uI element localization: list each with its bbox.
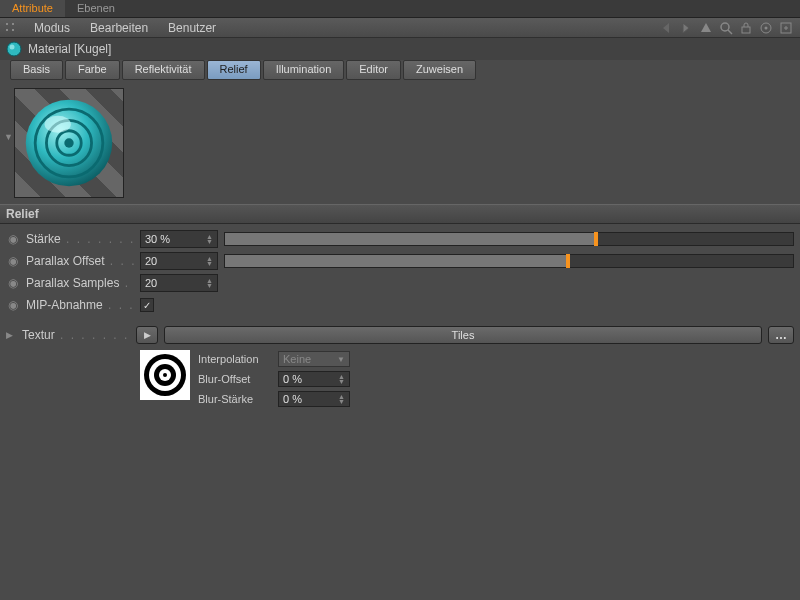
svg-point-0 bbox=[721, 23, 729, 31]
parallax-samples-input[interactable]: 20▲▼ bbox=[140, 274, 218, 292]
material-header: Material [Kugel] bbox=[0, 38, 800, 60]
lock-icon[interactable] bbox=[737, 19, 755, 37]
svg-rect-2 bbox=[742, 27, 750, 33]
svg-line-1 bbox=[728, 30, 732, 34]
window-tabs: Attribute Ebenen bbox=[0, 0, 800, 18]
param-label: Blur-Offset bbox=[198, 373, 272, 385]
svg-point-15 bbox=[45, 116, 71, 133]
tab-relief[interactable]: Relief bbox=[207, 60, 261, 80]
textur-thumbnail[interactable] bbox=[140, 350, 190, 400]
relief-params: ◉ Stärke 30 %▲▼ ◉ Parallax Offset 20▲▼ ◉… bbox=[0, 224, 800, 412]
textur-fields: Interpolation Keine▼ Blur-Offset 0 %▲▼ B… bbox=[198, 350, 350, 408]
nav-back-icon[interactable] bbox=[657, 19, 675, 37]
menu-bearbeiten[interactable]: Bearbeiten bbox=[80, 21, 158, 35]
tab-reflektivitaet[interactable]: Reflektivität bbox=[122, 60, 205, 80]
preview-area: ▼ bbox=[0, 80, 800, 204]
slider-handle-icon[interactable] bbox=[594, 232, 598, 246]
tab-editor[interactable]: Editor bbox=[346, 60, 401, 80]
interpolation-select[interactable]: Keine▼ bbox=[278, 351, 350, 367]
param-mip-abnahme: ◉ MIP-Abnahme ✓ bbox=[6, 294, 794, 316]
collapse-caret-icon[interactable]: ▼ bbox=[4, 132, 13, 142]
target-icon[interactable] bbox=[757, 19, 775, 37]
param-staerke: ◉ Stärke 30 %▲▼ bbox=[6, 228, 794, 250]
svg-point-14 bbox=[64, 138, 73, 147]
parallax-offset-slider[interactable] bbox=[224, 254, 794, 268]
svg-point-4 bbox=[765, 26, 768, 29]
param-label: Parallax Offset bbox=[26, 254, 134, 268]
tab-illumination[interactable]: Illumination bbox=[263, 60, 345, 80]
tab-zuweisen[interactable]: Zuweisen bbox=[403, 60, 476, 80]
param-label: Parallax Samples bbox=[26, 276, 134, 290]
param-blur-offset: Blur-Offset 0 %▲▼ bbox=[198, 370, 350, 388]
param-parallax-offset: ◉ Parallax Offset 20▲▼ bbox=[6, 250, 794, 272]
slider-fill bbox=[225, 255, 566, 267]
textur-picker-button[interactable]: ▶ bbox=[136, 326, 158, 344]
nav-up-icon[interactable] bbox=[697, 19, 715, 37]
textur-details: Interpolation Keine▼ Blur-Offset 0 %▲▼ B… bbox=[6, 346, 794, 408]
nav-forward-icon[interactable] bbox=[677, 19, 695, 37]
param-label: Interpolation bbox=[198, 353, 272, 365]
tab-farbe[interactable]: Farbe bbox=[65, 60, 120, 80]
param-label: Stärke bbox=[26, 232, 134, 246]
key-dot-icon[interactable]: ◉ bbox=[6, 276, 20, 290]
tab-attribute[interactable]: Attribute bbox=[0, 0, 65, 17]
blur-offset-input[interactable]: 0 %▲▼ bbox=[278, 371, 350, 387]
tab-ebenen[interactable]: Ebenen bbox=[65, 0, 127, 17]
staerke-input[interactable]: 30 %▲▼ bbox=[140, 230, 218, 248]
new-window-icon[interactable] bbox=[777, 19, 795, 37]
param-label: Blur-Stärke bbox=[198, 393, 272, 405]
textur-field[interactable]: Tiles bbox=[164, 326, 762, 344]
menu-benutzer[interactable]: Benutzer bbox=[158, 21, 226, 35]
slider-handle-icon[interactable] bbox=[566, 254, 570, 268]
grip-icon bbox=[4, 21, 18, 35]
slider-fill bbox=[225, 233, 594, 245]
menu-modus[interactable]: Modus bbox=[24, 21, 80, 35]
param-interpolation: Interpolation Keine▼ bbox=[198, 350, 350, 368]
tab-basis[interactable]: Basis bbox=[10, 60, 63, 80]
material-name: Material [Kugel] bbox=[28, 42, 111, 56]
param-label: MIP-Abnahme bbox=[26, 298, 134, 312]
menubar: Modus Bearbeiten Benutzer bbox=[0, 18, 800, 38]
staerke-slider[interactable] bbox=[224, 232, 794, 246]
svg-point-8 bbox=[7, 42, 21, 56]
expand-caret-icon[interactable]: ▶ bbox=[6, 330, 16, 340]
material-preview[interactable] bbox=[14, 88, 124, 198]
param-blur-staerke: Blur-Stärke 0 %▲▼ bbox=[198, 390, 350, 408]
svg-point-20 bbox=[163, 373, 167, 377]
key-dot-icon[interactable]: ◉ bbox=[6, 298, 20, 312]
blur-staerke-input[interactable]: 0 %▲▼ bbox=[278, 391, 350, 407]
search-icon[interactable] bbox=[717, 19, 735, 37]
param-parallax-samples: ◉ Parallax Samples 20▲▼ bbox=[6, 272, 794, 294]
svg-point-9 bbox=[10, 45, 15, 50]
parallax-offset-input[interactable]: 20▲▼ bbox=[140, 252, 218, 270]
chevron-down-icon: ▼ bbox=[337, 355, 345, 364]
material-sphere-icon bbox=[6, 41, 22, 57]
textur-more-button[interactable]: … bbox=[768, 326, 794, 344]
section-relief-header: Relief bbox=[0, 204, 800, 224]
mip-checkbox[interactable]: ✓ bbox=[140, 298, 154, 312]
key-dot-icon[interactable]: ◉ bbox=[6, 254, 20, 268]
material-tabs: Basis Farbe Reflektivität Relief Illumin… bbox=[0, 60, 800, 80]
key-dot-icon[interactable]: ◉ bbox=[6, 232, 20, 246]
param-label: Textur bbox=[22, 328, 130, 342]
param-textur: ▶ Textur ▶ Tiles … bbox=[6, 324, 794, 346]
